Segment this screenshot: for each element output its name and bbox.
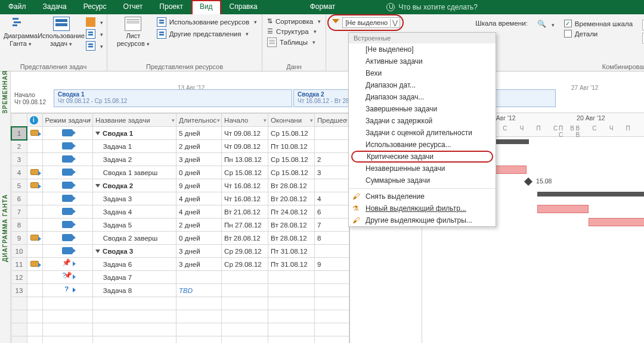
duration-cell[interactable]: 0 дней	[177, 232, 222, 245]
duration-cell[interactable]: 0 дней	[177, 166, 222, 179]
duration-cell[interactable]: 2 дней	[177, 140, 222, 153]
table-row[interactable]: 2 Задача 12 днейЧт 09.08.12Пт 10.08.12	[11, 140, 349, 153]
gantt-side-tab[interactable]: ДИАГРАММА ГАНТА	[0, 113, 11, 343]
duration-cell[interactable]	[177, 271, 222, 284]
task-table[interactable]: i Режим задачи▾ Название задачи▾ Длитель…	[11, 113, 350, 343]
pred-cell[interactable]	[315, 127, 349, 140]
finish-cell[interactable]: Пт 31.08.12	[268, 258, 315, 271]
start-cell[interactable]: Чт 09.08.12	[222, 127, 268, 140]
duration-cell[interactable]: 3 дней	[177, 245, 222, 258]
table-row[interactable]: 4 Сводка 1 заверш0 днейСр 15.08.12Ср 15.…	[11, 166, 349, 179]
finish-cell[interactable]	[268, 271, 315, 284]
gantt-summary-bar[interactable]	[537, 192, 644, 197]
menu-format[interactable]: Формат	[302, 0, 344, 14]
filter-menu-item[interactable]: Суммарные задачи	[349, 174, 496, 186]
finish-cell[interactable]: Ср 15.08.12	[268, 166, 315, 179]
row-number[interactable]: 12	[11, 271, 27, 284]
task-name-cell[interactable]: Задача 1	[93, 140, 177, 153]
row-number[interactable]: 4	[11, 166, 27, 179]
col-start[interactable]: Начало▾	[222, 114, 268, 127]
table-row[interactable]: 13 Задача 8TBD	[11, 284, 349, 297]
start-cell[interactable]: Ср 29.08.12	[222, 258, 268, 271]
more-highlight-filters-item[interactable]: Другие выделяющие фильтры...	[349, 214, 496, 226]
resource-sheet-button[interactable]: Лист ресурсов	[111, 15, 156, 49]
task-name-cell[interactable]: Задача 4	[93, 205, 177, 219]
task-mode-cell[interactable]	[42, 245, 93, 258]
pred-cell[interactable]: 3	[315, 166, 349, 179]
finish-cell[interactable]: Вт 28.08.12	[268, 219, 315, 232]
task-mode-cell[interactable]	[42, 219, 93, 232]
table-row[interactable]: 11 Задача 63 днейСр 29.08.12Пт 31.08.129	[11, 258, 349, 271]
row-number[interactable]: 11	[11, 258, 27, 271]
finish-cell[interactable]: Пт 31.08.12	[268, 245, 315, 258]
task-name-cell[interactable]: Задача 6	[93, 258, 177, 271]
menu-project[interactable]: Проект	[151, 0, 191, 14]
table-row[interactable]	[11, 323, 349, 336]
finish-cell[interactable]: Вт 20.08.12	[268, 192, 315, 205]
finish-cell[interactable]: Ср 15.08.12	[268, 127, 315, 140]
task-mode-cell[interactable]	[42, 284, 93, 297]
sort-button[interactable]: ⇅Сортировка	[266, 17, 322, 26]
row-number[interactable]: 1	[11, 127, 27, 140]
timeline-select[interactable]: Временная шк⋁	[641, 19, 644, 31]
finish-cell[interactable]: Ср 15.08.12	[268, 153, 315, 166]
task-name-cell[interactable]: Сводка 3	[93, 245, 177, 258]
pred-cell[interactable]	[315, 284, 349, 297]
task-mode-cell[interactable]	[42, 258, 93, 271]
duration-cell[interactable]: 4 дней	[177, 192, 222, 205]
task-mode-cell[interactable]	[42, 153, 93, 166]
start-cell[interactable]: Пн 27.08.12	[222, 219, 268, 232]
table-row[interactable]: 7 Задача 44 днейВт 21.08.12Пт 24.08.126	[11, 205, 349, 219]
timeline-bar[interactable]: Сводка 1Чт 09.08.12 - Ср 15.08.12	[54, 89, 292, 107]
row-number[interactable]: 3	[11, 153, 27, 166]
duration-cell[interactable]: 9 дней	[177, 179, 222, 192]
task-mode-cell[interactable]	[42, 179, 93, 192]
pred-cell[interactable]	[315, 271, 349, 284]
pred-cell[interactable]: 9	[315, 258, 349, 271]
col-mode[interactable]: Режим задачи▾	[42, 114, 93, 127]
pred-cell[interactable]: 6	[315, 205, 349, 219]
table-row[interactable]	[11, 297, 349, 310]
duration-cell[interactable]: 3 дней	[177, 258, 222, 271]
pred-cell[interactable]: 7	[315, 219, 349, 232]
row-number[interactable]: 5	[11, 179, 27, 192]
table-row[interactable]: 5Сводка 29 днейЧт 16.08.12Вт 28.08.12	[11, 179, 349, 192]
row-number[interactable]: 8	[11, 219, 27, 232]
task-name-cell[interactable]: Задача 7	[93, 271, 177, 284]
task-mode-cell[interactable]	[42, 271, 93, 284]
start-cell[interactable]: Вт 28.08.12	[222, 232, 268, 245]
task-name-cell[interactable]: Задача 8	[93, 284, 177, 297]
menu-file[interactable]: Файл	[0, 0, 35, 14]
task-mode-cell[interactable]	[42, 192, 93, 205]
table-row[interactable]: 1Сводка 15 днейЧт 09.08.12Ср 15.08.12	[11, 127, 349, 140]
table-row[interactable]	[11, 310, 349, 323]
new-highlight-filter-item[interactable]: Новый выделяющий фильтр...	[349, 202, 496, 214]
menu-view[interactable]: Вид	[191, 0, 221, 14]
task-usage-button[interactable]: Использование задач	[38, 15, 85, 51]
task-name-cell[interactable]: Сводка 1	[93, 127, 177, 140]
filter-menu-item[interactable]: Задачи с задержкой	[349, 115, 496, 127]
task-name-cell[interactable]: Сводка 2	[93, 179, 177, 192]
outline-button[interactable]: ☰Структура	[266, 27, 322, 36]
calendar-button[interactable]	[85, 29, 104, 39]
col-name[interactable]: Название задачи▾	[93, 114, 177, 127]
filter-menu-item[interactable]: Активные задачи	[349, 55, 496, 67]
duration-cell[interactable]: 3 дней	[177, 153, 222, 166]
row-number[interactable]: 10	[11, 245, 27, 258]
filter-menu-item[interactable]: Критические задачи	[351, 151, 493, 163]
timeline-side-tab[interactable]: ВРЕМЕННАЯ	[0, 71, 11, 113]
row-number[interactable]: 6	[11, 192, 27, 205]
pred-cell[interactable]	[315, 179, 349, 192]
filter-menu-item[interactable]: Завершенные задачи	[349, 103, 496, 115]
table-row[interactable]: 3 Задача 23 днейПн 13.08.12Ср 15.08.122	[11, 153, 349, 166]
gantt-milestone[interactable]	[524, 177, 532, 186]
table-row[interactable]: 12 Задача 7	[11, 271, 349, 284]
start-cell[interactable]: Чт 09.08.12	[222, 140, 268, 153]
gantt-task-bar[interactable]	[537, 205, 589, 213]
col-info[interactable]: i	[27, 114, 42, 127]
gantt-task-bar[interactable]	[589, 218, 644, 226]
row-number[interactable]: 7	[11, 205, 27, 219]
pred-cell[interactable]	[315, 245, 349, 258]
gantt-chart-button[interactable]: Диаграмма Ганта	[4, 15, 38, 51]
pred-cell[interactable]: 2	[315, 153, 349, 166]
